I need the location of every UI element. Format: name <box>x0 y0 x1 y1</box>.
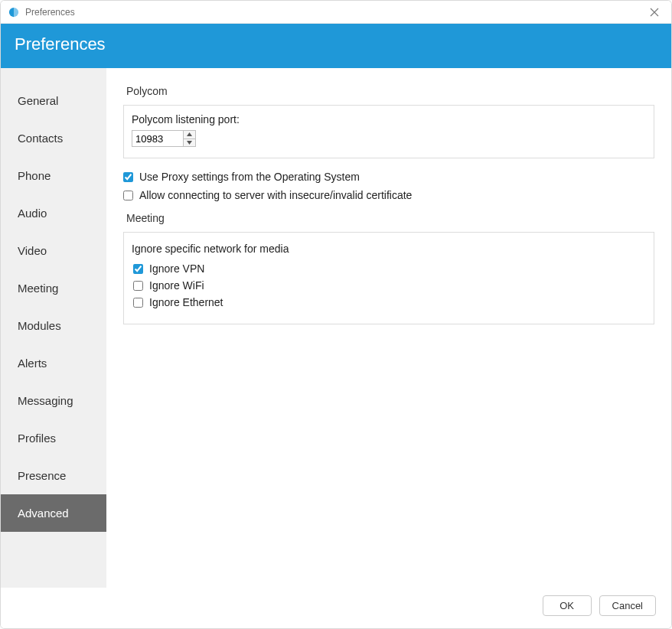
sidebar-item-label: Phone <box>18 169 51 182</box>
sidebar: General Contacts Phone Audio Video Meeti… <box>1 68 106 588</box>
body: General Contacts Phone Audio Video Meeti… <box>1 68 671 588</box>
sidebar-item-presence[interactable]: Presence <box>1 457 106 494</box>
sidebar-item-label: Messaging <box>18 394 73 407</box>
close-icon <box>650 8 659 17</box>
allow-insecure-checkbox[interactable] <box>123 191 133 200</box>
ignore-wifi-row: Ignore WiFi <box>133 279 646 292</box>
sidebar-item-label: Contacts <box>18 132 63 145</box>
app-icon <box>8 7 19 18</box>
ignore-wifi-label: Ignore WiFi <box>149 279 204 292</box>
chevron-up-icon <box>187 132 192 136</box>
polycom-section-title: Polycom <box>126 85 654 97</box>
spin-down-button[interactable] <box>184 139 195 147</box>
cancel-button[interactable]: Cancel <box>599 595 656 616</box>
sidebar-item-label: Modules <box>18 319 61 332</box>
sidebar-item-phone[interactable]: Phone <box>1 157 106 194</box>
ignore-ethernet-checkbox[interactable] <box>133 298 143 308</box>
polycom-group: Polycom listening port: <box>123 105 654 158</box>
sidebar-item-advanced[interactable]: Advanced <box>1 494 106 532</box>
allow-insecure-label: Allow connecting to server with insecure… <box>139 189 412 201</box>
meeting-section-title: Meeting <box>126 212 654 224</box>
sidebar-item-messaging[interactable]: Messaging <box>1 382 106 419</box>
header: Preferences <box>1 24 671 68</box>
sidebar-item-alerts[interactable]: Alerts <box>1 344 106 382</box>
sidebar-item-video[interactable]: Video <box>1 232 106 269</box>
sidebar-item-label: Presence <box>18 469 66 482</box>
use-proxy-row: Use Proxy settings from the Operating Sy… <box>123 171 654 183</box>
meeting-group: Ignore specific network for media Ignore… <box>123 232 654 324</box>
use-proxy-checkbox[interactable] <box>123 172 133 182</box>
header-title: Preferences <box>15 34 106 54</box>
sidebar-item-profiles[interactable]: Profiles <box>1 419 106 457</box>
window-title: Preferences <box>25 7 75 18</box>
sidebar-item-contacts[interactable]: Contacts <box>1 119 106 157</box>
content-advanced: Polycom Polycom listening port: <box>106 68 671 588</box>
sidebar-item-general[interactable]: General <box>1 82 106 119</box>
sidebar-item-modules[interactable]: Modules <box>1 307 106 344</box>
polycom-port-label: Polycom listening port: <box>132 113 646 125</box>
spin-buttons <box>183 131 195 146</box>
sidebar-item-label: Video <box>18 244 47 257</box>
chevron-down-icon <box>187 141 192 145</box>
ok-button[interactable]: OK <box>543 595 592 616</box>
ignore-vpn-label: Ignore VPN <box>149 262 204 275</box>
ignore-vpn-checkbox[interactable] <box>133 264 143 274</box>
ignore-ethernet-label: Ignore Ethernet <box>149 296 223 308</box>
spin-up-button[interactable] <box>184 131 195 139</box>
sidebar-item-label: Alerts <box>18 357 47 370</box>
titlebar: Preferences <box>1 1 671 24</box>
sidebar-item-audio[interactable]: Audio <box>1 194 106 232</box>
ignore-wifi-checkbox[interactable] <box>133 281 143 291</box>
sidebar-item-label: Meeting <box>18 282 58 295</box>
polycom-port-spinbox <box>132 130 196 147</box>
use-proxy-label: Use Proxy settings from the Operating Sy… <box>139 171 360 183</box>
ignore-network-options: Ignore VPN Ignore WiFi Ignore Ethernet <box>133 262 646 308</box>
footer: OK Cancel <box>1 588 671 628</box>
close-button[interactable] <box>645 3 664 21</box>
sidebar-item-label: Advanced <box>18 507 69 520</box>
polycom-port-input[interactable] <box>132 131 183 146</box>
ignore-network-title: Ignore specific network for media <box>132 243 646 255</box>
sidebar-item-label: General <box>18 94 58 107</box>
ignore-vpn-row: Ignore VPN <box>133 262 646 275</box>
ignore-ethernet-row: Ignore Ethernet <box>133 296 646 308</box>
sidebar-item-meeting[interactable]: Meeting <box>1 269 106 307</box>
sidebar-item-label: Audio <box>18 207 47 220</box>
sidebar-item-label: Profiles <box>18 432 56 445</box>
allow-insecure-row: Allow connecting to server with insecure… <box>123 189 654 201</box>
preferences-window: Preferences Preferences General Contacts… <box>0 0 672 629</box>
